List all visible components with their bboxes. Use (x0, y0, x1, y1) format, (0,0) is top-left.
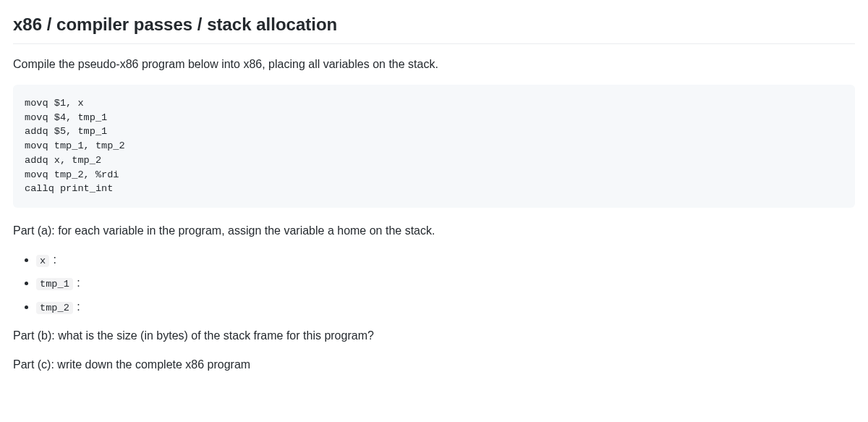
list-item: tmp_2 : (36, 298, 855, 316)
list-item: x : (36, 251, 855, 269)
part-b-prompt: Part (b): what is the size (in bytes) of… (13, 327, 855, 345)
list-item: tmp_1 : (36, 274, 855, 292)
var-suffix: : (74, 277, 80, 289)
var-name: tmp_1 (36, 278, 73, 290)
var-name: x (36, 255, 49, 267)
part-a-prompt: Part (a): for each variable in the progr… (13, 222, 855, 240)
var-name: tmp_2 (36, 302, 73, 314)
var-suffix: : (50, 253, 56, 266)
var-suffix: : (74, 300, 80, 313)
pseudo-x86-code: movq $1, x movq $4, tmp_1 addq $5, tmp_1… (13, 85, 855, 208)
page-title: x86 / compiler passes / stack allocation (13, 12, 855, 44)
intro-text: Compile the pseudo-x86 program below int… (13, 56, 855, 73)
part-c-prompt: Part (c): write down the complete x86 pr… (13, 356, 855, 374)
variable-list: x : tmp_1 : tmp_2 : (13, 251, 855, 316)
